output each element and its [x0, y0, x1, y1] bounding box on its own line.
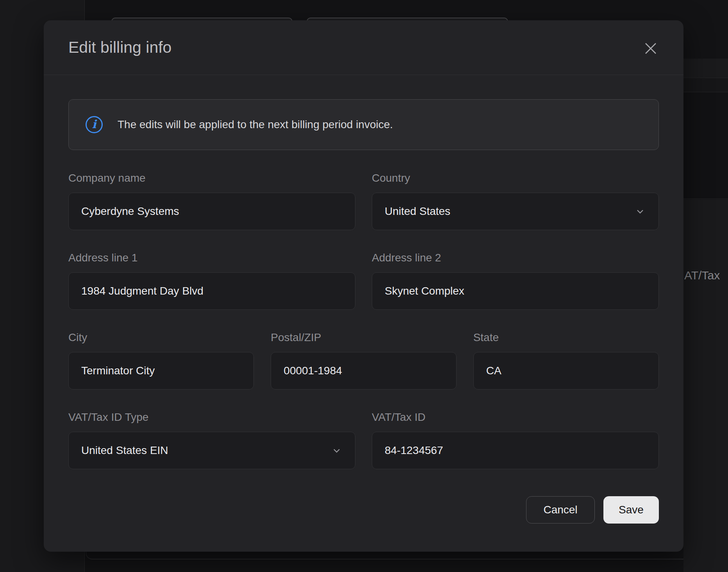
chevron-down-icon [332, 445, 342, 456]
background-table-edge: AT/Tax [683, 0, 728, 572]
background-clipped-label: AT/Tax [684, 269, 728, 282]
vat-id-input[interactable] [372, 432, 659, 469]
address2-group: Address line 2 [372, 251, 659, 310]
background-row [683, 93, 728, 199]
country-group: Country United States [372, 172, 659, 230]
cancel-button[interactable]: Cancel [526, 496, 595, 524]
close-icon [644, 42, 657, 55]
vat-id-label: VAT/Tax ID [372, 411, 659, 424]
vat-type-select[interactable]: United States EIN [68, 432, 355, 469]
address1-label: Address line 1 [68, 251, 355, 265]
form-row-vat: VAT/Tax ID Type United States EIN VAT/Ta… [68, 411, 659, 469]
state-label: State [473, 331, 659, 344]
company-name-input[interactable] [68, 193, 355, 230]
modal-title: Edit billing info [68, 38, 171, 57]
city-label: City [68, 331, 254, 344]
background-row [683, 79, 728, 92]
vat-type-label: VAT/Tax ID Type [68, 411, 355, 424]
info-banner: i The edits will be applied to the next … [68, 99, 659, 150]
city-group: City [68, 331, 254, 390]
country-select[interactable]: United States [372, 193, 659, 230]
company-name-label: Company name [68, 172, 355, 185]
address1-group: Address line 1 [68, 251, 355, 310]
modal-footer: Cancel Save [68, 496, 659, 524]
state-group: State [473, 331, 659, 390]
form-row-city-postal-state: City Postal/ZIP State [68, 331, 659, 390]
vat-type-group: VAT/Tax ID Type United States EIN [68, 411, 355, 469]
company-name-group: Company name [68, 172, 355, 230]
info-banner-text: The edits will be applied to the next bi… [118, 118, 393, 131]
vat-id-group: VAT/Tax ID [372, 411, 659, 469]
modal-header: Edit billing info [44, 20, 683, 75]
city-input[interactable] [68, 352, 254, 390]
save-button[interactable]: Save [603, 496, 659, 524]
close-button[interactable] [641, 38, 661, 59]
chevron-down-icon [635, 206, 645, 216]
postal-group: Postal/ZIP [271, 331, 456, 390]
country-selected-value: United States [385, 205, 450, 218]
country-label: Country [372, 172, 659, 185]
form-row-address: Address line 1 Address line 2 [68, 251, 659, 310]
address1-input[interactable] [68, 272, 355, 310]
vat-type-selected-value: United States EIN [81, 444, 168, 457]
address2-label: Address line 2 [372, 251, 659, 265]
state-input[interactable] [473, 352, 659, 390]
modal-body: i The edits will be applied to the next … [44, 99, 683, 524]
background-row [683, 59, 728, 78]
background-row [683, 199, 728, 572]
postal-input[interactable] [271, 352, 456, 390]
address2-input[interactable] [372, 272, 659, 310]
form-row-company-country: Company name Country United States [68, 172, 659, 230]
postal-label: Postal/ZIP [271, 331, 456, 344]
info-icon: i [86, 116, 103, 133]
edit-billing-info-modal: Edit billing info i The edits will be ap… [44, 20, 683, 552]
